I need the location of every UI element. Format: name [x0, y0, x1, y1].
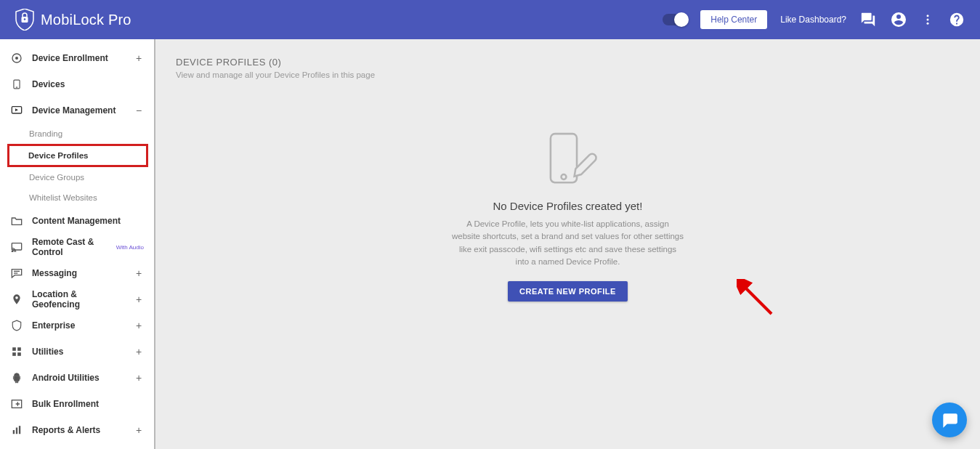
svg-point-1 [24, 18, 26, 20]
header-actions: Help Center Like Dashboard? [663, 10, 965, 29]
svg-point-3 [927, 19, 929, 21]
sidebar-item-label: Android Utilities [32, 373, 125, 383]
sidebar-item-device-enrollment[interactable]: Device Enrollment + [0, 45, 154, 71]
help-icon[interactable] [948, 11, 965, 28]
sidebar: Device Enrollment + Devices Device Manag… [0, 39, 155, 449]
sidebar-item-bulk-enrollment[interactable]: Bulk Enrollment [0, 391, 154, 417]
empty-state-description: A Device Profile, lets you white-list ap… [452, 218, 684, 268]
sidebar-item-remote-cast[interactable]: Remote Cast & Control With Audio [0, 234, 154, 260]
sidebar-item-label: Remote Cast & Control [32, 237, 105, 257]
expand-icon: + [134, 424, 144, 436]
sidebar-subitem-device-profiles[interactable]: Device Profiles [7, 144, 148, 167]
page-title: DEVICE PROFILES (0) [176, 57, 960, 68]
sidebar-item-devices[interactable]: Devices [0, 71, 154, 97]
sidebar-item-location[interactable]: Location & Geofencing + [0, 286, 154, 312]
sidebar-item-content-management[interactable]: Content Management [0, 208, 154, 234]
svg-point-6 [15, 57, 18, 60]
sidebar-item-device-management[interactable]: Device Management − [0, 97, 154, 124]
logo[interactable]: MobiLock Pro [15, 8, 131, 31]
expand-icon: + [134, 294, 144, 305]
sidebar-item-label: Device Management [32, 105, 125, 116]
sidebar-item-label: Messaging [32, 268, 125, 278]
sidebar-item-label: Utilities [32, 347, 125, 357]
android-icon [10, 371, 23, 384]
svg-rect-20 [13, 430, 15, 434]
svg-rect-16 [17, 347, 21, 351]
page-subtitle: View and manage all your Device Profiles… [176, 70, 960, 79]
sidebar-subitem-whitelist-websites[interactable]: Whitelist Websites [0, 187, 154, 208]
sidebar-item-label: Location & Geofencing [32, 289, 125, 310]
sidebar-item-reports[interactable]: Reports & Alerts + [0, 417, 154, 443]
sidebar-subitem-branding[interactable]: Branding [0, 124, 154, 144]
sidebar-item-label: Devices [32, 79, 125, 89]
sidebar-item-label: Bulk Enrollment [32, 399, 125, 409]
device-edit-icon [537, 130, 599, 193]
management-icon [10, 104, 23, 117]
message-icon[interactable] [859, 11, 877, 28]
shield-lock-icon [15, 8, 35, 31]
devices-icon [10, 78, 23, 91]
svg-point-2 [927, 15, 929, 17]
empty-state-title: No Device Profiles created yet! [493, 200, 643, 212]
app-header: MobiLock Pro Help Center Like Dashboard? [0, 0, 980, 39]
messaging-icon [10, 267, 23, 280]
expand-icon: + [134, 320, 144, 331]
header-toggle[interactable] [663, 14, 687, 25]
sidebar-item-label: Enterprise [32, 320, 125, 331]
sidebar-subitem-label: Device Groups [29, 173, 84, 182]
sidebar-subitem-label: Branding [29, 129, 62, 138]
svg-rect-18 [17, 352, 21, 356]
empty-state: No Device Profiles created yet! A Device… [176, 130, 960, 302]
main-content: DEVICE PROFILES (0) View and manage all … [155, 39, 980, 449]
shield-icon [10, 319, 23, 332]
svg-rect-11 [12, 243, 21, 250]
svg-rect-15 [12, 347, 16, 351]
expand-icon: + [134, 346, 144, 357]
svg-point-4 [927, 23, 929, 25]
sidebar-item-label: Reports & Alerts [32, 425, 125, 435]
svg-rect-21 [16, 428, 17, 434]
cast-icon [10, 240, 23, 254]
svg-point-12 [12, 251, 12, 251]
bulk-icon [10, 397, 23, 410]
account-icon[interactable] [890, 11, 907, 28]
collapse-icon: − [134, 105, 144, 116]
sidebar-item-enterprise[interactable]: Enterprise + [0, 312, 154, 339]
utilities-icon [10, 345, 23, 358]
svg-rect-22 [19, 426, 20, 434]
svg-rect-17 [12, 352, 16, 356]
sidebar-subitem-label: Whitelist Websites [29, 193, 97, 202]
chat-icon [940, 410, 959, 429]
with-audio-badge: With Audio [116, 244, 144, 251]
help-center-button[interactable]: Help Center [700, 10, 767, 29]
sidebar-item-android-utilities[interactable]: Android Utilities + [0, 365, 154, 391]
svg-point-24 [561, 174, 566, 179]
sidebar-item-label: Content Management [32, 216, 125, 226]
sidebar-item-label: Device Enrollment [32, 53, 125, 63]
expand-icon: + [134, 267, 144, 279]
like-dashboard-link[interactable]: Like Dashboard? [780, 15, 846, 25]
sidebar-subitem-device-groups[interactable]: Device Groups [0, 167, 154, 187]
reports-icon [10, 424, 23, 437]
folder-icon [10, 214, 23, 227]
expand-icon: + [134, 372, 144, 384]
sidebar-item-utilities[interactable]: Utilities + [0, 339, 154, 365]
enrollment-icon [10, 52, 23, 65]
location-icon [10, 293, 23, 306]
expand-icon: + [134, 52, 144, 64]
more-vert-icon[interactable] [920, 12, 935, 27]
sidebar-item-messaging[interactable]: Messaging + [0, 260, 154, 286]
sidebar-subitem-label: Device Profiles [28, 151, 88, 160]
chat-support-button[interactable] [932, 403, 967, 437]
create-new-profile-button[interactable]: CREATE NEW PROFILE [508, 281, 628, 302]
product-name: MobiLock Pro [41, 12, 131, 28]
svg-marker-10 [15, 108, 18, 111]
